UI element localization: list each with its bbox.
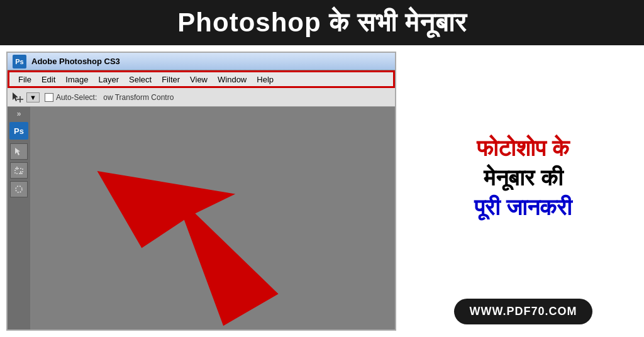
ps-menubar: File Edit Image Layer Select Filter View… [8, 70, 395, 88]
hindi-line-3: पूरी जानकरी [474, 193, 572, 223]
svg-point-7 [16, 186, 22, 192]
ps-logo-tool[interactable]: Ps [9, 122, 28, 140]
transform-controls-text: ow Transform Contro [103, 93, 174, 102]
main-content: Ps Adobe Photoshop CS3 File Edit Image L… [0, 45, 644, 337]
photoshop-window: Ps Adobe Photoshop CS3 File Edit Image L… [6, 52, 396, 331]
tool-dropdown[interactable]: ▼ [26, 92, 40, 102]
svg-marker-3 [15, 148, 20, 155]
move-tool-icon [11, 91, 24, 104]
ps-logo-titlebar: Ps [13, 55, 26, 69]
info-panel: फोटोशोप के मेनूबार की पूरी जानकरी WWW.PD… [402, 45, 644, 337]
menu-filter[interactable]: Filter [157, 73, 185, 86]
ps-window-title: Adobe Photoshop CS3 [31, 57, 120, 66]
auto-select-area: Auto-Select: [45, 93, 99, 102]
hindi-description: फोटोशोप के मेनूबार की पूरी जानकरी [474, 134, 572, 222]
ps-titlebar: Ps Adobe Photoshop CS3 [8, 53, 395, 70]
menu-view[interactable]: View [185, 73, 213, 86]
selection-tool[interactable] [10, 143, 28, 160]
screenshot-area: Ps Adobe Photoshop CS3 File Edit Image L… [0, 45, 402, 337]
page-header: Photoshop के सभी मेनूबार [0, 0, 644, 45]
lasso-tool-icon [14, 184, 24, 194]
toolbar-arrows: » [17, 109, 21, 118]
lasso-tool[interactable] [10, 181, 28, 197]
auto-select-label: Auto-Select: [56, 93, 97, 102]
arrows-icon: » [17, 109, 21, 118]
svg-marker-0 [13, 92, 18, 101]
menu-select[interactable]: Select [124, 73, 157, 86]
red-arrow-overlay [30, 107, 395, 329]
crop-tool-icon [14, 165, 24, 175]
menu-help[interactable]: Help [252, 73, 279, 86]
menu-image[interactable]: Image [60, 73, 93, 86]
header-title: Photoshop के सभी मेनूबार [177, 8, 466, 38]
website-badge: WWW.PDF70.COM [454, 299, 592, 324]
ps-toolbar: » Ps [8, 107, 30, 329]
hindi-line-1: फोटोशोप के [474, 134, 572, 163]
hindi-line-2: मेनूबार की [474, 163, 572, 193]
ps-canvas [30, 107, 395, 329]
svg-rect-4 [15, 168, 23, 174]
svg-marker-8 [97, 117, 290, 329]
crop-tool[interactable] [10, 162, 28, 179]
menu-file[interactable]: File [13, 73, 36, 86]
ps-optionsbar: ▼ Auto-Select: ow Transform Contro [8, 88, 395, 107]
menu-layer[interactable]: Layer [94, 73, 125, 86]
ps-canvas-area: » Ps [8, 107, 395, 329]
auto-select-checkbox[interactable] [45, 93, 53, 102]
selection-tool-icon [14, 146, 24, 157]
menu-edit[interactable]: Edit [36, 73, 60, 86]
menu-window[interactable]: Window [213, 73, 252, 86]
